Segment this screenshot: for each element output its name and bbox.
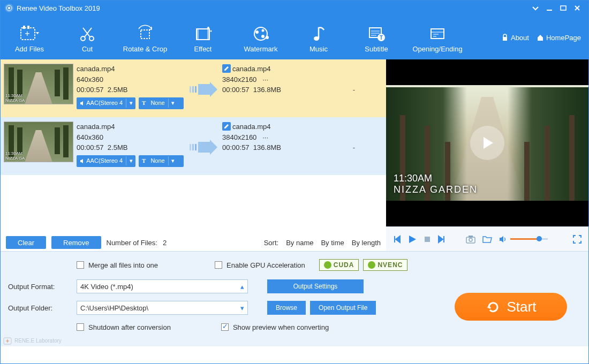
volume-slider[interactable] bbox=[510, 238, 548, 240]
open-folder-button[interactable] bbox=[482, 235, 492, 244]
app-title: Renee Video Toolbox 2019 bbox=[17, 4, 100, 12]
open-output-button[interactable]: Open Output File bbox=[310, 301, 376, 315]
file-duration: 00:00:57 bbox=[77, 143, 104, 151]
svg-point-1 bbox=[9, 7, 10, 9]
homepage-label: HomePage bbox=[546, 34, 581, 42]
toolbtn-label: Rotate & Crop bbox=[116, 45, 174, 53]
play-button[interactable] bbox=[407, 234, 417, 244]
watermark-logo: RENE.E Laboratory bbox=[3, 336, 62, 345]
bottom-panel: Merge all files into one Enable GPU Acce… bbox=[1, 251, 588, 346]
main-toolbar: + Add Files Cut Rotate & Crop Effect Wat… bbox=[1, 16, 588, 59]
sort-by-length[interactable]: By length bbox=[352, 239, 381, 247]
fullscreen-button[interactable] bbox=[572, 234, 582, 244]
file-thumbnail: 11:30AMNIZZA GA bbox=[4, 64, 73, 104]
app-logo-icon bbox=[5, 4, 13, 12]
add-files-button[interactable]: + Add Files bbox=[1, 22, 58, 53]
homepage-link[interactable]: HomePage bbox=[537, 34, 581, 42]
edit-icon[interactable] bbox=[222, 122, 231, 131]
out-size: 136.8MB bbox=[253, 143, 281, 151]
gpu-accel-checkbox[interactable] bbox=[215, 261, 222, 269]
output-format-value: 4K Video (*.mp4) bbox=[80, 283, 133, 291]
subtitle-icon: T bbox=[348, 22, 405, 45]
start-button[interactable]: Start bbox=[455, 293, 567, 321]
maximize-button[interactable] bbox=[556, 3, 570, 13]
show-preview-checkbox[interactable] bbox=[221, 323, 229, 331]
svg-text:+: + bbox=[25, 29, 29, 38]
home-icon bbox=[537, 34, 544, 41]
svg-point-41 bbox=[469, 238, 472, 241]
prev-track-button[interactable] bbox=[392, 235, 401, 244]
minimize-button[interactable] bbox=[542, 3, 556, 13]
chevron-up-icon: ▴ bbox=[240, 283, 244, 291]
subtitle-button[interactable]: T Subtitle bbox=[348, 22, 405, 53]
volume-control[interactable] bbox=[499, 235, 548, 244]
svg-point-14 bbox=[207, 27, 209, 29]
preview-video[interactable]: 11:30AM NIZZA GARDEN bbox=[386, 59, 588, 226]
svg-rect-35 bbox=[195, 86, 197, 93]
snapshot-button[interactable] bbox=[465, 234, 476, 244]
file-count-value: 2 bbox=[163, 239, 167, 247]
list-footer: Clear Remove Number of Files: 2 Sort: By… bbox=[1, 234, 386, 251]
svg-point-19 bbox=[261, 35, 265, 38]
file-row[interactable]: 11:30AMNIZZA GA canada.mp4 640x360 00:00… bbox=[1, 59, 386, 117]
effect-icon bbox=[174, 22, 232, 45]
output-format-dropdown[interactable]: 4K Video (*.mp4) ▴ bbox=[77, 279, 248, 293]
svg-rect-36 bbox=[190, 144, 191, 150]
audio-track-dropdown[interactable]: AAC(Stereo 4▾ bbox=[77, 97, 135, 109]
file-size: 2.5MB bbox=[108, 143, 128, 151]
svg-text:T: T bbox=[380, 35, 383, 41]
shutdown-checkbox[interactable] bbox=[77, 323, 84, 331]
sort-by-name[interactable]: By name bbox=[286, 239, 313, 247]
file-name: canada.mp4 bbox=[77, 64, 184, 74]
edit-icon[interactable] bbox=[222, 64, 231, 73]
effect-button[interactable]: Effect bbox=[174, 22, 232, 53]
browse-button[interactable]: Browse bbox=[267, 301, 306, 315]
next-track-button[interactable] bbox=[437, 235, 446, 244]
toolbtn-label: Effect bbox=[174, 45, 232, 53]
watermark-icon bbox=[232, 22, 290, 45]
file-source-meta: canada.mp4 640x360 00:00:57 2.5MB AAC(St… bbox=[77, 122, 184, 173]
file-source-meta: canada.mp4 640x360 00:00:57 2.5MB AAC(St… bbox=[77, 64, 184, 115]
about-link[interactable]: About bbox=[501, 34, 529, 42]
svg-point-9 bbox=[89, 36, 94, 41]
menu-dropdown-icon[interactable] bbox=[528, 3, 542, 13]
file-resolution: 640x360 bbox=[77, 74, 184, 85]
file-name: canada.mp4 bbox=[77, 122, 184, 132]
close-button[interactable] bbox=[570, 3, 584, 13]
play-overlay-button[interactable] bbox=[470, 126, 504, 160]
opening-ending-button[interactable]: Opening/Ending bbox=[405, 22, 470, 53]
merge-all-checkbox[interactable] bbox=[77, 261, 84, 269]
sort-label: Sort: bbox=[264, 239, 278, 247]
stop-button[interactable] bbox=[424, 236, 431, 243]
svg-rect-34 bbox=[192, 86, 194, 93]
out-more[interactable]: ··· bbox=[262, 75, 268, 84]
cuda-badge: CUDA bbox=[319, 259, 359, 271]
output-folder-label: Output Folder: bbox=[8, 304, 72, 312]
refresh-icon bbox=[486, 299, 501, 314]
file-row[interactable]: 11:30AMNIZZA GA canada.mp4 640x360 00:00… bbox=[1, 117, 386, 175]
toolbtn-label: Subtitle bbox=[348, 45, 405, 53]
speaker-icon bbox=[80, 158, 85, 164]
title-bar: Renee Video Toolbox 2019 bbox=[1, 1, 588, 16]
sort-by-time[interactable]: By time bbox=[321, 239, 344, 247]
file-output-meta: canada.mp4 3840x2160 ··· 00:00:57 136.8M… bbox=[222, 122, 324, 173]
audio-track-dropdown[interactable]: AAC(Stereo 4▾ bbox=[77, 155, 135, 167]
output-settings-button[interactable]: Output Settings bbox=[267, 279, 364, 293]
svg-point-16 bbox=[254, 27, 267, 40]
music-button[interactable]: Music bbox=[290, 22, 348, 53]
text-track-dropdown[interactable]: T None▾ bbox=[139, 97, 184, 109]
clear-button[interactable]: Clear bbox=[6, 236, 46, 249]
svg-rect-10 bbox=[141, 30, 149, 39]
convert-arrow-icon bbox=[187, 122, 219, 173]
svg-point-15 bbox=[210, 30, 212, 32]
nvenc-badge: NVENC bbox=[363, 259, 407, 271]
output-folder-dropdown[interactable]: C:\Users\HP\Desktop\ ▾ bbox=[77, 301, 248, 315]
text-track-dropdown[interactable]: T None▾ bbox=[139, 155, 184, 167]
remove-button[interactable]: Remove bbox=[51, 236, 101, 249]
out-extra: - bbox=[327, 143, 381, 151]
watermark-button[interactable]: Watermark bbox=[232, 22, 290, 53]
rotate-crop-button[interactable]: Rotate & Crop bbox=[116, 22, 174, 53]
cut-button[interactable]: Cut bbox=[58, 22, 116, 53]
out-more[interactable]: ··· bbox=[262, 133, 268, 141]
svg-rect-32 bbox=[503, 37, 507, 41]
